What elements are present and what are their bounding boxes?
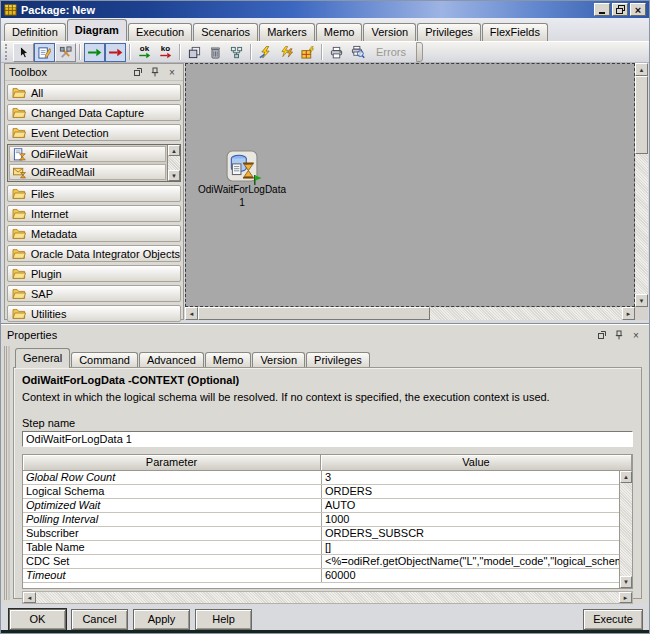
column-value[interactable]: Value bbox=[321, 455, 632, 471]
canvas-vertical-scrollbar[interactable]: ▲ ▼ bbox=[635, 63, 648, 307]
close-icon[interactable]: × bbox=[630, 3, 646, 16]
ko-arrow-icon[interactable]: ko bbox=[155, 43, 176, 62]
table-row[interactable]: Table Name [] bbox=[23, 541, 619, 555]
toolbar-end-cap bbox=[416, 42, 423, 62]
close-icon[interactable]: × bbox=[629, 329, 643, 342]
diagram-canvas[interactable]: OdiWaitForLogData 1 bbox=[185, 63, 635, 307]
print-preview-icon[interactable] bbox=[347, 43, 368, 62]
tab-flexfields[interactable]: FlexFields bbox=[482, 23, 548, 41]
toolbar-separator bbox=[129, 44, 131, 60]
ok-arrow-icon[interactable]: ok bbox=[134, 43, 155, 62]
tab-version[interactable]: Version bbox=[363, 23, 416, 41]
hammer-tool-icon[interactable] bbox=[55, 43, 76, 62]
toolbox-item-all[interactable]: All bbox=[7, 84, 181, 101]
scroll-thumb[interactable] bbox=[198, 307, 430, 320]
first-step-flag-icon bbox=[254, 175, 262, 185]
apply-button[interactable]: Apply bbox=[133, 609, 190, 630]
scroll-thumb[interactable] bbox=[635, 76, 648, 154]
execute-button[interactable]: Execute bbox=[583, 609, 643, 630]
tab-diagram[interactable]: Diagram bbox=[67, 19, 127, 41]
minimize-icon[interactable] bbox=[594, 3, 610, 16]
toolbox-item-changed-data-capture[interactable]: Changed Data Capture bbox=[7, 104, 181, 121]
toolbox-item-odi-objects[interactable]: Oracle Data Integrator Objects bbox=[7, 245, 181, 262]
close-icon[interactable]: × bbox=[165, 66, 179, 79]
errors-button[interactable]: Errors bbox=[368, 46, 414, 58]
ok-button[interactable]: OK bbox=[9, 609, 66, 630]
tool-odifilewait[interactable]: OdiFileWait bbox=[9, 146, 166, 162]
window-bottom-edge bbox=[1, 630, 649, 633]
scroll-up-icon[interactable]: ▲ bbox=[620, 471, 632, 483]
cancel-button[interactable]: Cancel bbox=[71, 609, 128, 630]
tab-memo[interactable]: Memo bbox=[316, 23, 363, 41]
table-horizontal-scrollbar[interactable]: ◄ ► bbox=[22, 591, 633, 604]
scroll-left-icon[interactable]: ◄ bbox=[185, 307, 198, 320]
panel-splitter[interactable] bbox=[4, 346, 10, 600]
delete-icon[interactable] bbox=[205, 43, 226, 62]
props-tab-general[interactable]: General bbox=[15, 348, 70, 368]
toolbox-item-metadata[interactable]: Metadata bbox=[7, 225, 181, 242]
package-icon bbox=[4, 3, 17, 16]
toolbox-list: All Changed Data Capture Event Detection… bbox=[5, 81, 183, 325]
scroll-down-icon[interactable]: ▼ bbox=[620, 576, 632, 588]
failure-arrow-icon[interactable] bbox=[105, 43, 126, 62]
tab-markers[interactable]: Markers bbox=[259, 23, 315, 41]
toolbox-item-files[interactable]: Files bbox=[7, 185, 181, 202]
help-button[interactable]: Help bbox=[195, 609, 252, 630]
props-tab-command[interactable]: Command bbox=[71, 352, 138, 368]
column-parameter[interactable]: Parameter bbox=[23, 455, 321, 471]
scroll-up-icon[interactable]: ▲ bbox=[168, 145, 180, 156]
props-tab-privileges[interactable]: Privileges bbox=[306, 352, 370, 368]
table-vertical-scrollbar[interactable]: ▲ ▼ bbox=[619, 471, 632, 588]
lightning-run-icon[interactable] bbox=[276, 43, 297, 62]
pointer-tool-icon[interactable] bbox=[13, 43, 34, 62]
props-tab-version[interactable]: Version bbox=[252, 352, 305, 368]
toolbox-item-internet[interactable]: Internet bbox=[7, 205, 181, 222]
duplicate-icon[interactable] bbox=[184, 43, 205, 62]
edit-tool-icon[interactable] bbox=[34, 43, 55, 62]
tools-scrollbar[interactable]: ▲ ▼ bbox=[167, 145, 180, 181]
props-tab-advanced[interactable]: Advanced bbox=[139, 352, 204, 368]
package-generate-icon[interactable] bbox=[297, 43, 318, 62]
success-arrow-icon[interactable] bbox=[84, 43, 105, 62]
table-header: Parameter Value bbox=[23, 455, 632, 471]
table-row[interactable]: CDC Set <%=odiRef.getObjectName("L","mod… bbox=[23, 555, 619, 569]
canvas-horizontal-scrollbar[interactable]: ◄ ► bbox=[185, 307, 635, 320]
toolbox-item-plugin[interactable]: Plugin bbox=[7, 265, 181, 282]
toolbar-grip[interactable] bbox=[5, 44, 9, 60]
print-icon[interactable] bbox=[326, 43, 347, 62]
table-row[interactable]: Timeout 60000 bbox=[23, 569, 619, 583]
pin-icon[interactable] bbox=[148, 66, 162, 79]
lightning-edit-icon[interactable] bbox=[255, 43, 276, 62]
toolbox-item-utilities[interactable]: Utilities bbox=[7, 305, 181, 322]
scroll-left-icon[interactable]: ◄ bbox=[23, 592, 36, 603]
restore-icon[interactable] bbox=[612, 3, 628, 16]
tab-execution[interactable]: Execution bbox=[128, 23, 192, 41]
package-step-node[interactable]: OdiWaitForLogData 1 bbox=[188, 150, 296, 208]
scroll-right-icon[interactable]: ► bbox=[619, 592, 632, 603]
step-name-input[interactable] bbox=[22, 431, 633, 447]
scroll-up-icon[interactable]: ▲ bbox=[635, 63, 648, 76]
table-row[interactable]: Subscriber ORDERS_SUBSCR bbox=[23, 527, 619, 541]
float-icon[interactable] bbox=[595, 329, 609, 342]
toolbox-item-sap[interactable]: SAP bbox=[7, 285, 181, 302]
table-row[interactable]: Optimized Wait AUTO bbox=[23, 499, 619, 513]
tab-scenarios[interactable]: Scenarios bbox=[193, 23, 258, 41]
toolbox-tools-panel: OdiFileWait OdiReadMail ▲ ▼ bbox=[7, 144, 181, 182]
tab-definition[interactable]: Definition bbox=[4, 23, 66, 41]
odi-wait-for-log-data-icon[interactable] bbox=[226, 150, 258, 182]
tool-odireadmail[interactable]: OdiReadMail bbox=[9, 164, 166, 180]
pin-icon[interactable] bbox=[612, 329, 626, 342]
toolbox-item-event-detection[interactable]: Event Detection bbox=[7, 124, 181, 141]
properties-header: Properties × bbox=[1, 324, 649, 344]
scroll-right-icon[interactable]: ► bbox=[622, 307, 635, 320]
props-tab-memo[interactable]: Memo bbox=[205, 352, 252, 368]
hierarchy-icon[interactable] bbox=[226, 43, 247, 62]
scroll-down-icon[interactable]: ▼ bbox=[635, 294, 648, 307]
float-icon[interactable] bbox=[131, 66, 145, 79]
table-row[interactable]: Polling Interval 1000 bbox=[23, 513, 619, 527]
tab-privileges[interactable]: Privileges bbox=[417, 23, 481, 41]
node-label: OdiWaitForLogData bbox=[188, 184, 296, 195]
table-row[interactable]: Logical Schema ORDERS bbox=[23, 485, 619, 499]
table-row[interactable]: Global Row Count 3 bbox=[23, 471, 619, 485]
scroll-down-icon[interactable]: ▼ bbox=[168, 170, 180, 181]
